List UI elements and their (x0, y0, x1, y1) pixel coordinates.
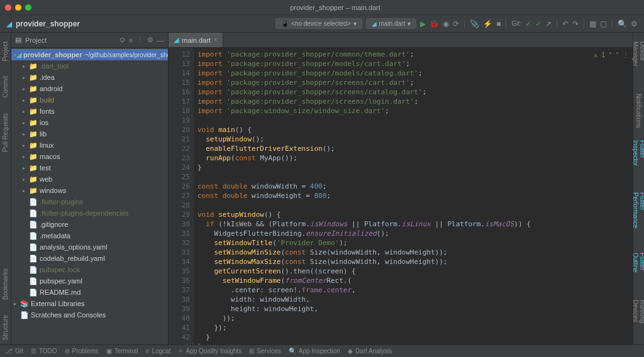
tree-external-libs-label: External Libraries (31, 300, 85, 307)
maximize-window-button[interactable] (25, 4, 31, 11)
hot-reload-button[interactable]: ⚡ (483, 19, 492, 28)
window-controls (5, 4, 31, 11)
tree-folder[interactable]: ▸📁test (11, 162, 168, 173)
inspection-icon: 🔍 (289, 348, 296, 354)
tree-scratches[interactable]: 📄 Scratches and Consoles (11, 309, 168, 321)
tree-file[interactable]: 📄pubspec.yaml (11, 275, 168, 287)
line-number-gutter: 121314151617181920▶212223242526272829303… (169, 48, 194, 344)
avd-icon[interactable]: ▢ (600, 19, 607, 28)
tool-structure[interactable]: Structure (2, 311, 9, 344)
more-icon[interactable]: ⋮ (623, 50, 629, 60)
collapse-all-icon[interactable]: ⋮ (136, 36, 143, 44)
up-arrow-icon[interactable]: ˄ (609, 50, 612, 60)
history-back-icon[interactable]: ↶ (562, 19, 569, 28)
editor-tabs: ◢ main.dart × (169, 33, 633, 48)
editor-area: ◢ main.dart × 121314151617181920▶2122232… (169, 33, 633, 344)
git-commit-icon[interactable]: ✓ (525, 19, 531, 28)
warning-icon[interactable]: ⚠ (594, 50, 597, 60)
tree-file[interactable]: 📄codelab_rebuild.yaml (11, 253, 168, 264)
coverage-button[interactable]: ◉ (443, 19, 449, 28)
sb-insights[interactable]: ✧App Quality Insights (178, 348, 242, 354)
sb-todo[interactable]: ☰TODO (31, 348, 57, 354)
left-tool-gutter: Project Commit Pull Requests Bookmarks S… (0, 33, 11, 344)
sb-services[interactable]: ⊞Services (249, 348, 280, 354)
warning-count: 1 (601, 50, 605, 60)
tool-notifications[interactable]: Notifications (635, 90, 642, 131)
device-selector[interactable]: 📱 <no device selected> ▾ (275, 18, 362, 29)
tool-flutter-inspector[interactable]: Flutter Inspector (632, 136, 645, 183)
git-update-icon[interactable]: ↗ (545, 19, 552, 28)
tool-project[interactable]: Project (2, 38, 9, 65)
project-tree: ▾ ◢ provider_shopper ~/github/samples/pr… (11, 48, 168, 344)
sb-git[interactable]: ⎇Git (5, 348, 23, 354)
project-panel-title[interactable]: Project (25, 36, 116, 44)
search-icon[interactable]: 🔍 (618, 19, 627, 28)
tree-folder[interactable]: ▸📁lib (11, 128, 168, 140)
right-tool-gutter: Device Manager Notifications Flutter Ins… (633, 33, 644, 344)
sb-app-inspection[interactable]: 🔍App Inspection (289, 348, 340, 354)
panel-hide-icon[interactable]: — (157, 36, 164, 44)
tree-root-path: ~/github/samples/provider_shopper (85, 52, 168, 58)
tree-file[interactable]: 📄.flutter-plugins (11, 196, 168, 207)
dart-icon: ◆ (348, 348, 353, 354)
problems-icon: ⊘ (65, 348, 70, 354)
tree-file[interactable]: 📄analysis_options.yaml (11, 241, 168, 253)
statusbar: ⎇Git ☰TODO ⊘Problems ▣Terminal ≡Logcat ✧… (0, 344, 644, 357)
sb-dart-analysis[interactable]: ◆Dart Analysis (348, 348, 392, 354)
tree-file[interactable]: 📄README.md (11, 287, 168, 298)
attach-button[interactable]: 📎 (470, 19, 479, 28)
tool-pull-requests[interactable]: Pull Requests (2, 109, 9, 156)
down-arrow-icon[interactable]: ˅ (616, 50, 619, 60)
sb-logcat[interactable]: ≡Logcat (146, 348, 171, 354)
sb-problems[interactable]: ⊘Problems (65, 348, 99, 354)
run-config-selector[interactable]: ◢ main.dart ▾ (366, 18, 417, 29)
tree-file[interactable]: 📄.metadata (11, 230, 168, 241)
tree-file[interactable]: 📄.flutter-plugins-dependencies (11, 207, 168, 219)
tree-folder[interactable]: ▸📁fonts (11, 106, 168, 117)
tree-folder[interactable]: ▸📁.idea (11, 72, 168, 83)
code-content[interactable]: import 'package:provider_shopper/common/… (194, 48, 633, 344)
dart-file-icon: ◢ (174, 36, 179, 44)
tree-folder[interactable]: ▸📁build (11, 94, 168, 106)
run-config-label: main.dart (379, 20, 406, 27)
git-push-icon[interactable]: ✓ (535, 19, 541, 28)
tool-flutter-performance[interactable]: Flutter Performance (632, 189, 645, 244)
tree-folder[interactable]: ▸📁macos (11, 151, 168, 162)
debug-button[interactable]: 🐞 (430, 19, 439, 28)
window-title: provider_shopper – main.dart (31, 4, 639, 11)
tree-folder[interactable]: ▸📁web (11, 173, 168, 185)
close-window-button[interactable] (5, 4, 11, 11)
tree-file[interactable]: 📄pubspec.lock (11, 264, 168, 275)
panel-settings-icon[interactable]: ⚙ (147, 36, 153, 44)
device-selector-label: <no device selected> (291, 20, 351, 27)
project-name: provider_shopper (16, 19, 80, 28)
tool-bookmarks[interactable]: Bookmarks (2, 265, 9, 304)
settings-icon[interactable]: ⚙ (631, 19, 638, 28)
expand-all-icon[interactable]: ≡ (129, 36, 133, 44)
tree-folder[interactable]: ▸📁.dart_tool (11, 60, 168, 72)
flutter-icon: ◢ (372, 20, 377, 27)
tree-folder[interactable]: ▸📁ios (11, 117, 168, 128)
tree-external-libs[interactable]: ▸ 📚 External Libraries (11, 298, 168, 309)
tree-file[interactable]: 📄.gitignore (11, 219, 168, 230)
editor-body[interactable]: 121314151617181920▶212223242526272829303… (169, 48, 633, 344)
tree-root-label: provider_shopper (23, 51, 82, 58)
tool-running-devices[interactable]: Running Devices (632, 296, 645, 344)
tool-device-manager[interactable]: Device Manager (632, 38, 645, 85)
build-icon[interactable]: ▦ (589, 19, 596, 28)
profile-button[interactable]: ⟳ (453, 19, 459, 28)
close-tab-icon[interactable]: × (214, 36, 218, 43)
tree-folder[interactable]: ▸📁linux (11, 140, 168, 151)
tool-flutter-outline[interactable]: Flutter Outline (632, 249, 645, 290)
tool-commit[interactable]: Commit (2, 72, 9, 101)
history-fwd-icon[interactable]: ↷ (572, 19, 579, 28)
sb-terminal[interactable]: ▣Terminal (106, 348, 138, 354)
editor-tab-main[interactable]: ◢ main.dart × (169, 33, 223, 47)
tree-root[interactable]: ▾ ◢ provider_shopper ~/github/samples/pr… (11, 49, 168, 60)
stop-button[interactable]: ■ (496, 19, 501, 28)
run-button[interactable]: ▶ (420, 19, 426, 28)
tree-folder[interactable]: ▸📁android (11, 83, 168, 94)
select-opened-icon[interactable]: ⊙ (119, 36, 125, 44)
tree-folder[interactable]: ▸📁windows (11, 185, 168, 196)
minimize-window-button[interactable] (15, 4, 21, 11)
